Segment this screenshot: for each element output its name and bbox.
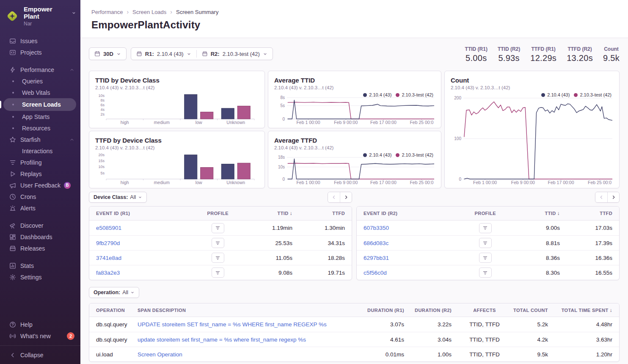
sidebar-item-web-vitals[interactable]: Web Vitals [0,87,80,98]
bullet-dot [12,80,14,82]
breadcrumb-item-performance[interactable]: Performance [91,9,123,15]
profile-button[interactable] [212,267,224,278]
legend-label: 2.10.4 (43) [547,92,570,97]
column-header-ttfd[interactable]: TTFD [299,211,352,216]
event-id-link[interactable]: c5f56c0d [364,270,387,276]
device-class-filter[interactable]: Device Class: All [89,192,147,203]
sidebar-item-help[interactable]: Help [0,319,80,330]
profile-button[interactable] [479,238,492,248]
pagination-r2 [595,192,620,203]
sidebar-item-dashboards[interactable]: Dashboards [0,231,80,243]
profile-button[interactable] [212,253,224,263]
event-id-link[interactable]: 6297bb31 [364,255,389,261]
sidebar-item-starfish[interactable]: Starfish [0,134,80,145]
column-header-ttid[interactable]: TTID↓ [514,210,567,216]
breadcrumb-item-screen-loads[interactable]: Screen Loads [132,9,166,15]
profile-button[interactable] [212,238,224,248]
event-id-link[interactable]: 3741e8ad [96,255,121,261]
release-r2-filter[interactable]: R2: 2.10.3-test (42) [197,48,273,60]
profile-cell-icon [215,225,220,231]
svg-text:5s: 5s [100,171,105,175]
span-description-link[interactable]: update storeitem set first_name = %s whe… [138,336,306,343]
event-id-link[interactable]: fa83a2e3 [96,270,120,276]
event-id-link[interactable]: 607b3350 [364,225,389,231]
span-description-link[interactable]: Screen Operation [138,351,182,358]
date-range-filter[interactable]: 30D [89,47,127,60]
column-header-ttid[interactable]: TTID↓ [247,210,299,216]
column-header-duration-r1[interactable]: DURATION (R1) [364,308,411,313]
legend-item-2-10-3-test-42[interactable]: 2.10.3-test (42) [396,152,433,157]
release-r1-value: 2.10.4 (43) [157,51,184,57]
event-id-link[interactable]: 9fb2790d [96,240,120,246]
chart-title: Count [451,76,613,84]
legend-item-2-10-3-test-42[interactable]: 2.10.3-test (42) [396,92,433,97]
sort-direction-icon: ↓ [290,210,292,216]
profile-button[interactable] [479,223,492,233]
column-header-total-time-spent[interactable]: TOTAL TIME SPENT↓ [555,307,619,313]
sidebar-item-releases[interactable]: Releases [0,243,80,254]
sidebar-item-projects[interactable]: Projects [0,47,80,58]
event-id-cell: c5f56c0d [357,270,457,276]
profile-button[interactable] [479,253,492,263]
chart-plot: 2s4s6s8s10shighmediumlowUnknown [95,92,259,125]
event-id-link[interactable]: 686d083c [364,240,388,246]
legend-item-2-10-4-43[interactable]: 2.10.4 (43) [363,92,391,97]
sidebar-item-issues[interactable]: Issues [0,35,80,47]
column-header-affects[interactable]: AFFECTS [458,308,511,313]
column-header-total-count[interactable]: TOTAL COUNT [511,308,555,313]
release-r1-filter[interactable]: R1: 2.10.4 (43) [131,48,196,60]
sidebar-item-collapse[interactable]: Collapse [0,345,80,361]
sidebar-item-what-s-new[interactable]: What's new2 [0,330,80,342]
next-page-button[interactable] [607,192,619,202]
svg-text:10s: 10s [98,94,105,98]
legend-dot [363,93,367,97]
next-page-button[interactable] [340,192,352,202]
ttfd-cell: 16.36s [567,255,619,261]
column-header-ttfd[interactable]: TTFD [567,211,619,216]
chevron-down-icon [72,11,76,15]
chart-subtitle: 2.10.4 (43) v. 2.10.3…t (42) [95,145,259,151]
previous-page-button[interactable] [595,192,607,202]
operation-filter[interactable]: Operation: All [89,287,139,298]
profile-button[interactable] [212,223,224,233]
sidebar-item-performance[interactable]: Performance [0,64,80,75]
legend-item-2-10-4-43[interactable]: 2.10.4 (43) [363,152,391,157]
legend-item-2-10-4-43[interactable]: 2.10.4 (43) [541,92,570,97]
sidebar-item-discover[interactable]: Discover [0,220,80,231]
spans-table-section: OPERATIONSPAN DESCRIPTIONDURATION (R1)DU… [80,298,628,362]
sidebar-item-app-starts[interactable]: App Starts [0,111,80,122]
span-description-link[interactable]: UPDATE storeitem SET first_name = %s WHE… [138,321,327,328]
sidebar-item-label: Replays [20,171,42,177]
sidebar-item-interactions[interactable]: Interactions [0,145,80,157]
previous-page-button[interactable] [328,192,340,202]
org-project: Nar [24,21,76,27]
svg-text:8s: 8s [280,95,285,100]
sidebar-item-stats[interactable]: Stats [0,260,80,271]
sidebar-item-label: Projects [20,49,42,56]
event-id-link[interactable]: e5085901 [96,225,121,231]
column-header-duration-r2[interactable]: DURATION (R2) [411,308,458,313]
org-info: Empower Plant Nar [24,6,76,27]
duration-r2-cell: 1.00s [411,351,458,358]
sidebar-item-settings[interactable]: Settings [0,271,80,283]
count-chart: Count2.10.4 (43) v. 2.10.3…t (42)2.10.4 … [444,71,620,188]
ttid-cell: 25.53s [247,240,299,246]
sidebar-item-label: Alerts [20,205,36,212]
sidebar-item-user-feedback[interactable]: User FeedbackB [0,179,80,191]
metric-label: TTID (R2) [498,46,520,52]
svg-text:6s: 6s [100,103,105,107]
average-ttid-chart: Average TTID2.10.4 (43) v. 2.10.3…t (42)… [268,71,441,128]
sidebar-item-resources[interactable]: Resources [0,122,80,134]
legend-item-2-10-3-test-42[interactable]: 2.10.3-test (42) [574,92,611,97]
sidebar-item-crons[interactable]: Crons [0,191,80,202]
sidebar-item-replays[interactable]: Replays [0,168,80,179]
sidebar-item-queries[interactable]: Queries [0,75,80,87]
org-switcher[interactable]: Empower Plant Nar [0,0,80,32]
sidebar-item-profiling[interactable]: Profiling [0,157,80,168]
sidebar-item-alerts[interactable]: Alerts [0,202,80,214]
span-table-row: db.sql.queryUPDATE storeitem SET first_n… [89,317,619,332]
profile-button[interactable] [479,267,492,278]
sidebar-item-screen-loads[interactable]: Screen Loads [3,98,76,111]
profile-cell [189,223,247,233]
page-title: EmpowerPlantActivity [91,19,617,31]
